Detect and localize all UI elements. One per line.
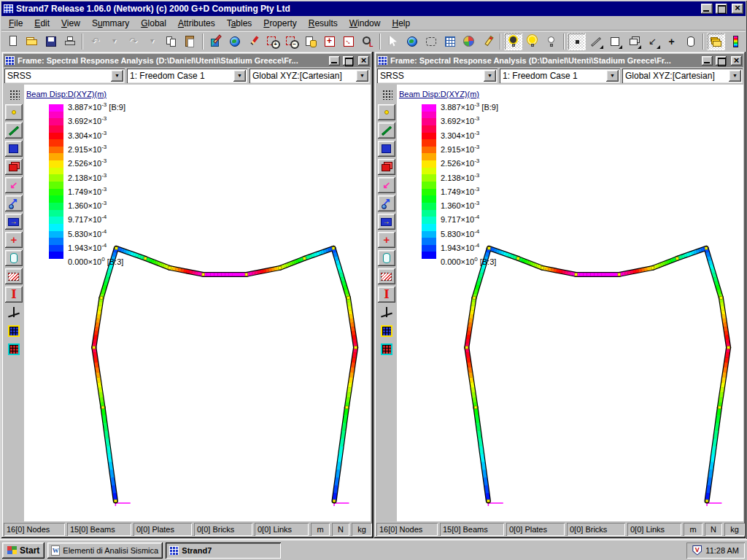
grid-blue-button[interactable] (5, 323, 23, 339)
node-marker[interactable] (575, 273, 578, 276)
paste-button[interactable] (181, 33, 199, 50)
ibeam-button[interactable] (5, 287, 23, 303)
groups-button[interactable] (707, 33, 725, 50)
node-marker[interactable] (100, 297, 103, 300)
result-type-combo-dropdown-button[interactable]: ▼ (484, 70, 496, 82)
new-button[interactable] (4, 33, 22, 50)
node-marker[interactable] (676, 257, 678, 260)
node-marker[interactable] (347, 297, 350, 300)
axis-system-combo[interactable]: Global XYZ:[Cartesian]▼ (622, 69, 743, 83)
eraser-button[interactable] (479, 33, 497, 50)
axis-system-combo[interactable]: Global XYZ:[Cartesian]▼ (249, 69, 370, 83)
bulb-dim-button[interactable] (504, 33, 522, 50)
dot-grid-button[interactable] (5, 86, 23, 102)
node-marker[interactable] (727, 346, 730, 349)
node-marker[interactable] (279, 267, 282, 270)
vertex-arrow-button[interactable] (378, 195, 395, 211)
link-marker-button[interactable] (378, 177, 395, 193)
select-region-button[interactable] (422, 33, 440, 50)
freedom-case-combo[interactable]: 1: Freedom Case 1▼ (127, 69, 247, 83)
menu-item-property[interactable]: Property (258, 17, 302, 30)
plus-button[interactable] (662, 33, 681, 50)
minimize-button[interactable] (701, 4, 713, 14)
menu-item-results[interactable]: Results (303, 17, 344, 30)
grid-button[interactable] (441, 33, 459, 50)
cylinder-button[interactable] (681, 33, 700, 50)
pan-button[interactable] (301, 33, 320, 50)
dot-grid-button[interactable] (378, 86, 395, 102)
child-close-button[interactable] (358, 56, 369, 66)
bulb-bright-button[interactable] (523, 33, 541, 50)
menu-item-summary[interactable]: Summary (86, 17, 135, 30)
open-button[interactable] (23, 33, 41, 50)
contour-scale-button[interactable] (726, 33, 744, 50)
plate-marker-button[interactable] (378, 141, 395, 157)
plate-fill-button[interactable] (5, 268, 23, 284)
node-marker[interactable] (705, 247, 708, 250)
node-marker[interactable] (115, 247, 118, 250)
node-marker[interactable] (541, 267, 544, 270)
beam-marker-button[interactable] (5, 122, 23, 139)
grid-red-button[interactable] (378, 341, 395, 357)
grid-blue-button[interactable] (378, 323, 395, 339)
node-marker[interactable] (651, 267, 654, 270)
display-style-button[interactable] (206, 33, 225, 50)
model-canvas-left[interactable]: Beam Disp:D(XYZ)(m)3.887×10-3 [B:9]3.692… (24, 85, 371, 521)
select-cursor-button[interactable] (384, 33, 402, 50)
ibeam-button[interactable] (378, 287, 395, 303)
freedom-case-combo-dropdown-button[interactable]: ▼ (233, 70, 246, 82)
freedom-case-combo[interactable]: 1: Freedom Case 1▼ (500, 69, 620, 83)
node-marker[interactable] (169, 267, 171, 270)
redo-button[interactable] (124, 33, 142, 50)
node-marker[interactable] (720, 297, 723, 300)
bulb-off-button[interactable] (542, 33, 560, 50)
brick-marker-button[interactable] (5, 159, 23, 175)
maximize-button[interactable] (716, 4, 727, 14)
node-marker[interactable] (202, 273, 205, 276)
menu-item-view[interactable]: View (55, 17, 86, 30)
entity-display-button[interactable] (460, 33, 478, 50)
cylinder-outline-button[interactable] (5, 250, 23, 266)
globe-button[interactable] (403, 33, 421, 50)
node-cross-button[interactable] (5, 232, 23, 248)
zoom-all-button[interactable] (339, 33, 357, 50)
start-button[interactable]: Start (2, 542, 44, 559)
node-marker[interactable] (473, 297, 476, 300)
node-marker[interactable] (465, 346, 468, 349)
close-button[interactable] (732, 4, 743, 14)
menu-item-global[interactable]: Global (135, 17, 172, 30)
node-marker[interactable] (355, 346, 357, 349)
zoom-out-button[interactable] (282, 33, 301, 50)
clock[interactable]: 11:28 AM (705, 546, 739, 555)
model-canvas-right[interactable]: Beam Disp:D(XYZ)(m)3.887×10-3 [B:9]3.692… (397, 85, 743, 521)
undo-button[interactable] (86, 33, 104, 50)
child-titlebar-left[interactable]: Frame: Spectral Response Analysis (D:\Da… (4, 54, 371, 67)
copy-button[interactable] (162, 33, 180, 50)
child-minimize-button[interactable] (329, 56, 340, 66)
task-button-1[interactable]: Elementi di Analisi Sismica... (47, 542, 163, 559)
cylinder-outline-button[interactable] (378, 250, 395, 266)
node-marker[interactable] (115, 499, 117, 502)
link-marker-button[interactable] (5, 177, 23, 193)
task-button-2[interactable]: Strand7 (166, 542, 281, 559)
axis-system-combo-dropdown-button[interactable]: ▼ (729, 70, 741, 82)
node-toggle-button[interactable] (568, 33, 586, 50)
undo-dropdown-button[interactable] (105, 33, 123, 50)
redo-dropdown-button[interactable] (143, 33, 161, 50)
plate-toggle-button[interactable] (605, 33, 624, 50)
node-marker[interactable] (516, 257, 519, 260)
child-close-button[interactable] (731, 56, 742, 66)
result-type-combo-dropdown-button[interactable]: ▼ (111, 70, 123, 82)
result-type-combo[interactable]: SRSS▼ (4, 69, 125, 83)
zoom-in-button[interactable] (263, 33, 282, 50)
axes-button[interactable] (378, 305, 395, 321)
node-cross-button[interactable] (378, 232, 395, 248)
node-marker[interactable] (144, 257, 147, 260)
node-marker[interactable] (93, 346, 96, 349)
menu-item-edit[interactable]: Edit (28, 17, 55, 30)
world-button[interactable] (225, 33, 244, 50)
node-marker-button[interactable] (5, 104, 23, 120)
child-titlebar-right[interactable]: Frame: Spectral Response Analysis (D:\Da… (376, 54, 743, 67)
beam-load-button[interactable] (5, 214, 23, 230)
main-titlebar[interactable]: Strand7 Release 1.06.0 (Network) (c) 200… (1, 1, 746, 16)
